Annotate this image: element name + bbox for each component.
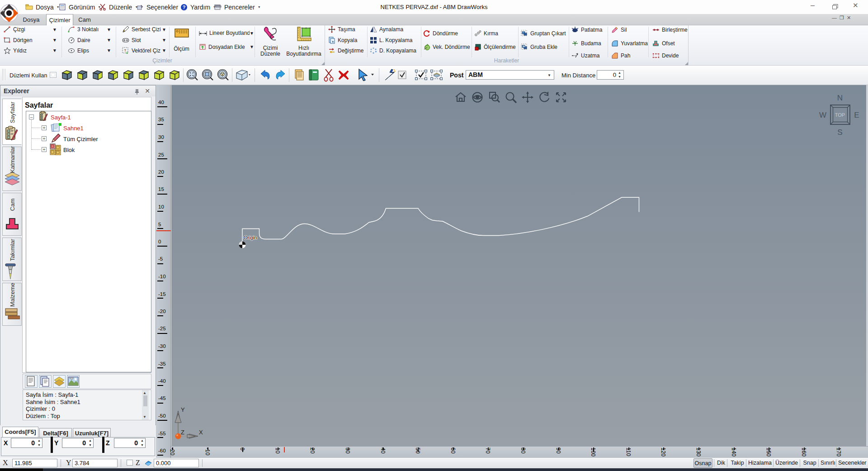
svg-text:Z: Z [181, 429, 184, 436]
svg-text:?: ? [183, 5, 186, 10]
svg-text:X: X [199, 429, 203, 436]
svg-text:T: T [124, 48, 127, 52]
svg-text:Y: Y [181, 407, 185, 413]
